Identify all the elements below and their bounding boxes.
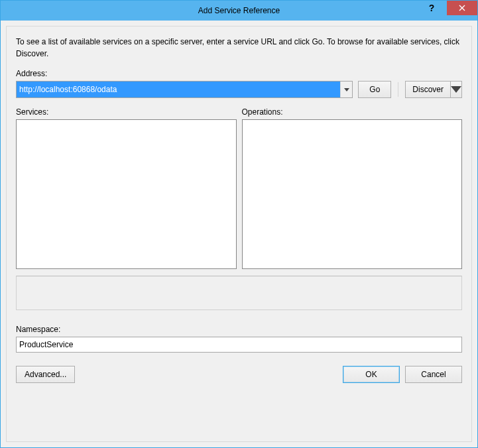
go-button[interactable]: Go <box>358 81 391 98</box>
operations-listbox[interactable] <box>242 119 463 269</box>
namespace-label: Namespace: <box>16 325 462 334</box>
instruction-text: To see a list of available services on a… <box>16 36 462 60</box>
lists-row: Services: Operations: <box>16 107 462 269</box>
discover-split-button[interactable]: Discover <box>405 81 462 98</box>
services-column: Services: <box>16 107 237 269</box>
ok-button[interactable]: OK <box>343 366 400 383</box>
operations-label: Operations: <box>242 107 463 117</box>
chevron-down-icon <box>344 88 349 91</box>
close-button[interactable] <box>447 1 477 15</box>
client-area: To see a list of available services on a… <box>6 26 472 442</box>
footer-row: Advanced... OK Cancel <box>16 366 462 383</box>
dialog-window: Add Service Reference ? To see a list of… <box>0 0 478 448</box>
chevron-down-icon <box>451 86 461 93</box>
operations-column: Operations: <box>242 107 463 269</box>
help-button[interactable]: ? <box>416 1 447 15</box>
discover-dropdown[interactable] <box>450 81 462 98</box>
namespace-section: Namespace: <box>16 325 462 353</box>
address-row: Go Discover <box>16 81 462 98</box>
address-input[interactable] <box>17 82 340 97</box>
address-label: Address: <box>16 69 462 78</box>
discover-button[interactable]: Discover <box>405 81 450 98</box>
address-combo-arrow[interactable] <box>340 82 352 97</box>
close-icon <box>459 5 465 11</box>
services-label: Services: <box>16 107 237 117</box>
cancel-button[interactable]: Cancel <box>405 366 462 383</box>
titlebar: Add Service Reference ? <box>1 1 477 21</box>
status-box <box>16 276 462 310</box>
namespace-input[interactable] <box>16 337 462 353</box>
address-combo[interactable] <box>16 81 353 98</box>
window-title: Add Service Reference <box>1 6 477 15</box>
services-listbox[interactable] <box>16 119 237 269</box>
separator <box>398 82 398 97</box>
advanced-button[interactable]: Advanced... <box>16 366 75 383</box>
titlebar-controls: ? <box>416 1 477 17</box>
